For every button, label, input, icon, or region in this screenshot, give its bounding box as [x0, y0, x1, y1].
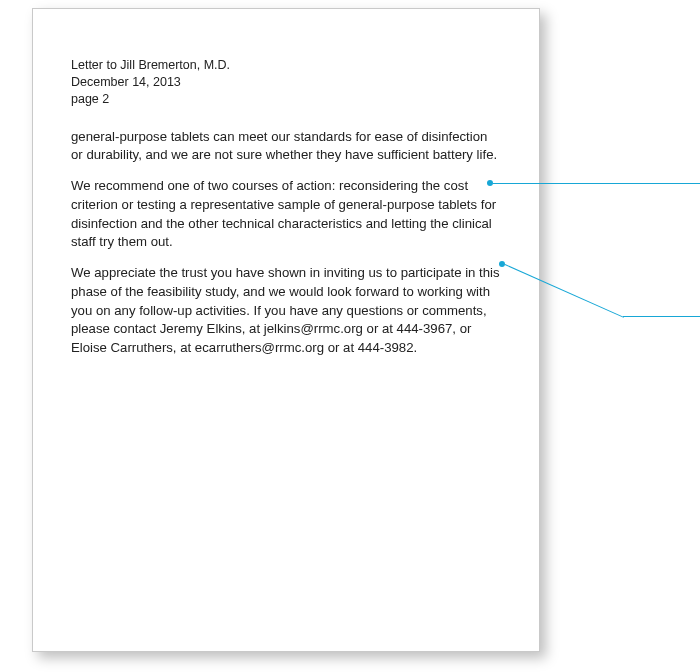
annotation-dot-icon: [499, 261, 505, 267]
letter-header: Letter to Jill Bremerton, M.D. December …: [71, 57, 501, 108]
addressee-line: Letter to Jill Bremerton, M.D.: [71, 57, 501, 74]
date-line: December 14, 2013: [71, 74, 501, 91]
page-number-line: page 2: [71, 91, 501, 108]
canvas: Letter to Jill Bremerton, M.D. December …: [0, 0, 700, 672]
document-page: Letter to Jill Bremerton, M.D. December …: [32, 8, 540, 652]
annotation-dot-icon: [487, 180, 493, 186]
body-paragraph-1: general-purpose tablets can meet our sta…: [71, 128, 501, 165]
body-paragraph-2: We recommend one of two courses of actio…: [71, 177, 501, 252]
annotation-leader-line: [493, 183, 700, 184]
annotation-leader-line: [623, 316, 700, 317]
body-paragraph-3: We appreciate the trust you have shown i…: [71, 264, 501, 358]
